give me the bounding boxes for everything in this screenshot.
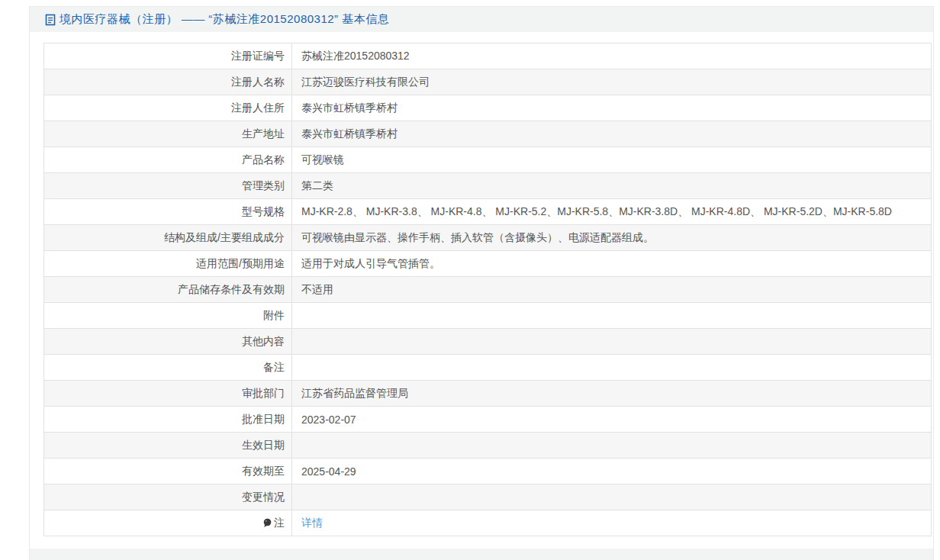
- table-row: 其他内容: [44, 329, 932, 355]
- row-value: [292, 433, 932, 459]
- table-row: 适用范围/预期用途适用于对成人引导气管插管。: [44, 251, 932, 277]
- row-value: 江苏省药品监督管理局: [292, 381, 932, 407]
- page: 境内医疗器械（注册） —— “苏械注准20152080312” 基本信息 注册证…: [0, 0, 940, 560]
- row-label: 有效期至: [44, 459, 292, 484]
- row-label: 审批部门: [44, 381, 292, 407]
- row-value: 可视喉镜: [292, 147, 932, 173]
- row-value: [292, 355, 932, 381]
- row-value: 不适用: [292, 277, 932, 303]
- row-value: [292, 329, 932, 355]
- registration-panel: 境内医疗器械（注册） —— “苏械注准20152080312” 基本信息 注册证…: [29, 6, 934, 560]
- row-value: 2023-02-07: [292, 407, 932, 433]
- row-value: 详情: [292, 510, 932, 536]
- table-row: 产品储存条件及有效期不适用: [44, 277, 932, 303]
- row-label: 结构及组成/主要组成成分: [44, 225, 292, 251]
- row-label: 注册证编号: [44, 43, 292, 69]
- row-label: 注册人名称: [44, 69, 292, 95]
- table-row: 批准日期2023-02-07: [44, 407, 932, 433]
- note-icon: [263, 518, 272, 528]
- table-row: 审批部门江苏省药品监督管理局: [44, 381, 932, 407]
- row-value: 苏械注准20152080312: [292, 43, 932, 69]
- row-value: 泰兴市虹桥镇季桥村: [292, 95, 932, 121]
- table-row: 注册人名称江苏迈骏医疗科技有限公司: [44, 69, 932, 95]
- table-row: 备注: [44, 355, 932, 381]
- table-row: 管理类别第二类: [44, 173, 932, 199]
- table-row: 生产地址泰兴市虹桥镇季桥村: [44, 121, 932, 147]
- row-value: 适用于对成人引导气管插管。: [292, 251, 932, 277]
- row-label: 注册人住所: [44, 95, 292, 121]
- row-label: 其他内容: [44, 329, 292, 355]
- row-value: 泰兴市虹桥镇季桥村: [292, 121, 932, 147]
- row-label: 生产地址: [44, 121, 292, 147]
- table-row: 注册人住所泰兴市虹桥镇季桥村: [44, 95, 932, 121]
- row-label: 附件: [44, 303, 292, 329]
- table-row: 注详情: [44, 510, 932, 536]
- row-value: [292, 303, 932, 329]
- row-value: MJ-KR-2.8、 MJ-KR-3.8、 MJ-KR-4.8、 MJ-KR-5…: [292, 199, 932, 225]
- row-label: 变更情况: [44, 484, 292, 510]
- row-label: 批准日期: [44, 407, 292, 433]
- row-label: 管理类别: [44, 173, 292, 199]
- table-row: 变更情况: [44, 484, 932, 510]
- table-row: 注册证编号苏械注准20152080312: [44, 43, 932, 69]
- row-label: 适用范围/预期用途: [44, 251, 292, 277]
- row-label: 生效日期: [44, 433, 292, 459]
- info-table-body: 注册证编号苏械注准20152080312注册人名称江苏迈骏医疗科技有限公司注册人…: [44, 43, 932, 536]
- row-label: 注: [44, 510, 292, 536]
- page-title: 境内医疗器械（注册） —— “苏械注准20152080312” 基本信息: [60, 12, 389, 27]
- row-value: 第二类: [292, 173, 932, 199]
- table-row: 结构及组成/主要组成成分可视喉镜由显示器、操作手柄、插入软管（含摄像头）、电源适…: [44, 225, 932, 251]
- row-label: 产品名称: [44, 147, 292, 173]
- table-row: 有效期至2025-04-29: [44, 459, 932, 484]
- table-row: 附件: [44, 303, 932, 329]
- row-label: 产品储存条件及有效期: [44, 277, 292, 303]
- table-row: 生效日期: [44, 433, 932, 459]
- document-icon: [45, 14, 56, 26]
- row-value: 可视喉镜由显示器、操作手柄、插入软管（含摄像头）、电源适配器组成。: [292, 225, 932, 251]
- panel-body: 注册证编号苏械注准20152080312注册人名称江苏迈骏医疗科技有限公司注册人…: [30, 32, 933, 549]
- table-row: 产品名称可视喉镜: [44, 147, 932, 173]
- row-label: 型号规格: [44, 199, 292, 225]
- info-table: 注册证编号苏械注准20152080312注册人名称江苏迈骏医疗科技有限公司注册人…: [43, 43, 932, 536]
- table-row: 型号规格MJ-KR-2.8、 MJ-KR-3.8、 MJ-KR-4.8、 MJ-…: [44, 199, 932, 225]
- panel-header: 境内医疗器械（注册） —— “苏械注准20152080312” 基本信息: [30, 7, 933, 32]
- row-value: 2025-04-29: [292, 459, 932, 484]
- row-value: [292, 484, 932, 510]
- detail-link[interactable]: 详情: [301, 517, 323, 529]
- row-value: 江苏迈骏医疗科技有限公司: [292, 69, 932, 95]
- row-label: 备注: [44, 355, 292, 381]
